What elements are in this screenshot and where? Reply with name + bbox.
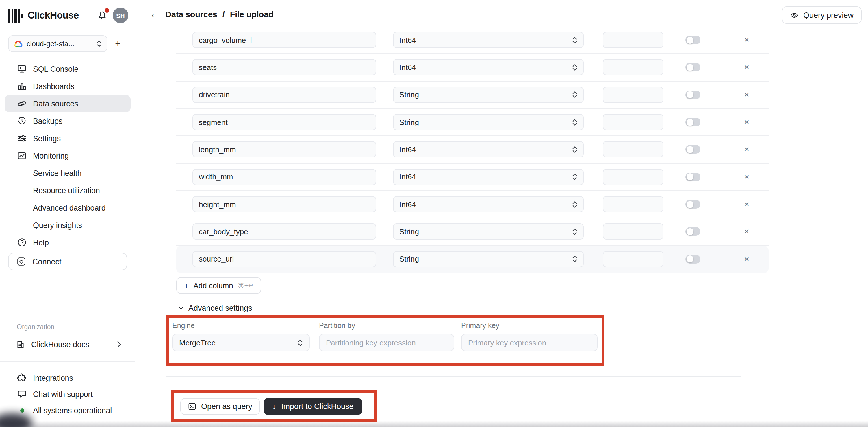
- sidebar-item-resource-utilization[interactable]: Resource utilization: [5, 182, 131, 199]
- breadcrumb-separator: /: [222, 10, 225, 19]
- default-value-input[interactable]: [603, 224, 663, 240]
- service-selector-value: cloud-get-sta...: [27, 40, 92, 48]
- partition-by-label: Partition by: [319, 322, 355, 330]
- nullable-toggle[interactable]: [685, 255, 701, 263]
- nullable-toggle[interactable]: [685, 63, 701, 72]
- sidebar-item-help[interactable]: Help: [5, 234, 131, 251]
- column-name-input[interactable]: [192, 196, 376, 212]
- remove-column-button[interactable]: ✕: [743, 91, 751, 99]
- column-type-select[interactable]: Int64: [393, 141, 584, 158]
- default-value-input[interactable]: [603, 32, 663, 48]
- updown-chevron-icon: [96, 40, 102, 48]
- table-row: Int64 ✕: [176, 136, 769, 164]
- updown-chevron-icon: [572, 228, 577, 235]
- sidebar-item-monitoring[interactable]: Monitoring: [5, 147, 131, 164]
- column-name-input[interactable]: [192, 59, 376, 76]
- engine-select[interactable]: MergeTree: [172, 334, 310, 351]
- nullable-toggle[interactable]: [685, 36, 701, 44]
- default-value-input[interactable]: [603, 114, 663, 130]
- sidebar-item-service-health[interactable]: Service health: [5, 164, 131, 182]
- plus-icon: +: [184, 281, 189, 290]
- sidebar-item-all-systems-operational[interactable]: All systems operational: [5, 402, 131, 418]
- default-value-input[interactable]: [603, 141, 663, 158]
- brand[interactable]: ClickHouse: [8, 7, 79, 24]
- table-row: String ✕: [176, 109, 769, 136]
- sidebar: ClickHouse SH: [0, 0, 135, 427]
- top-bar: ‹ Data sources / File upload Query previ…: [135, 0, 868, 30]
- remove-column-button[interactable]: ✕: [743, 173, 751, 181]
- sidebar-item-data-sources[interactable]: Data sources: [5, 95, 131, 112]
- nullable-toggle[interactable]: [685, 118, 701, 126]
- updown-chevron-icon: [572, 36, 577, 44]
- dashboards-icon: [17, 82, 27, 91]
- chat-icon: [17, 389, 27, 399]
- sidebar-item-integrations[interactable]: Integrations: [5, 370, 131, 386]
- connect-button[interactable]: Connect: [8, 253, 127, 270]
- nullable-toggle[interactable]: [685, 200, 701, 208]
- primary-key-input[interactable]: [461, 334, 597, 351]
- avatar[interactable]: SH: [113, 7, 128, 23]
- chevron-down-icon: [178, 306, 184, 310]
- sidebar-item-settings[interactable]: Settings: [5, 130, 131, 147]
- column-name-input[interactable]: [192, 114, 376, 130]
- column-name-input[interactable]: [192, 169, 376, 185]
- open-as-query-button[interactable]: Open as query: [180, 398, 260, 415]
- sidebar-item-query-insights[interactable]: Query insights: [5, 217, 131, 234]
- column-name-input[interactable]: [192, 32, 376, 48]
- default-value-input[interactable]: [603, 251, 663, 267]
- breadcrumb: Data sources / File upload: [165, 10, 274, 19]
- add-column-button[interactable]: + Add column ⌘+↵: [176, 277, 261, 294]
- column-type-select[interactable]: String: [393, 224, 584, 240]
- remove-column-button[interactable]: ✕: [743, 255, 751, 263]
- updown-chevron-icon: [572, 200, 577, 208]
- remove-column-button[interactable]: ✕: [743, 228, 751, 236]
- organization-label: Organization: [17, 323, 54, 331]
- service-selector[interactable]: cloud-get-sta...: [8, 35, 107, 52]
- default-value-input[interactable]: [603, 196, 663, 212]
- default-value-input[interactable]: [603, 59, 663, 76]
- nullable-toggle[interactable]: [685, 227, 701, 236]
- sidebar-nav: SQL Console Dashboards Data sources Back…: [5, 60, 131, 251]
- remove-column-button[interactable]: ✕: [743, 118, 751, 126]
- column-type-select[interactable]: String: [393, 87, 584, 103]
- default-value-input[interactable]: [603, 87, 663, 103]
- import-to-clickhouse-button[interactable]: ↓ Import to ClickHouse: [264, 398, 362, 415]
- sidebar-item-advanced-dashboard[interactable]: Advanced dashboard: [5, 199, 131, 217]
- notification-badge: [104, 8, 109, 13]
- breadcrumb-parent[interactable]: Data sources: [165, 10, 217, 19]
- primary-key-label: Primary key: [461, 322, 499, 330]
- column-name-input[interactable]: [192, 87, 376, 103]
- nullable-toggle[interactable]: [685, 145, 701, 154]
- column-name-input[interactable]: [192, 141, 376, 158]
- query-preview-button[interactable]: Query preview: [782, 6, 862, 24]
- connect-label: Connect: [32, 257, 62, 266]
- default-value-input[interactable]: [603, 169, 663, 185]
- back-button[interactable]: ‹: [151, 10, 154, 20]
- table-row: String ✕: [176, 81, 769, 109]
- column-type-select[interactable]: String: [393, 251, 584, 267]
- remove-column-button[interactable]: ✕: [743, 145, 751, 153]
- remove-column-button[interactable]: ✕: [743, 63, 751, 72]
- nullable-toggle[interactable]: [685, 173, 701, 181]
- column-type-select[interactable]: Int64: [393, 196, 584, 212]
- add-service-button[interactable]: +: [115, 39, 121, 49]
- sidebar-item-docs[interactable]: ClickHouse docs: [8, 336, 127, 352]
- column-type-select[interactable]: Int64: [393, 169, 584, 185]
- sidebar-item-backups[interactable]: Backups: [5, 112, 131, 130]
- notifications-button[interactable]: [97, 10, 108, 21]
- column-type-select[interactable]: Int64: [393, 59, 584, 76]
- sidebar-item-sql-console[interactable]: SQL Console: [5, 60, 131, 78]
- arrow-down-icon: ↓: [272, 402, 276, 411]
- integrations-icon: [17, 373, 27, 382]
- advanced-settings-toggle[interactable]: Advanced settings: [178, 304, 252, 312]
- remove-column-button[interactable]: ✕: [743, 36, 751, 44]
- column-type-select[interactable]: String: [393, 114, 584, 130]
- sidebar-item-dashboards[interactable]: Dashboards: [5, 78, 131, 95]
- remove-column-button[interactable]: ✕: [743, 200, 751, 208]
- partition-by-input[interactable]: [319, 334, 454, 351]
- nullable-toggle[interactable]: [685, 90, 701, 99]
- column-name-input[interactable]: [192, 224, 376, 240]
- column-type-select[interactable]: Int64: [393, 32, 584, 48]
- sidebar-item-chat-with-support[interactable]: Chat with support: [5, 386, 131, 402]
- column-name-input[interactable]: [192, 251, 376, 267]
